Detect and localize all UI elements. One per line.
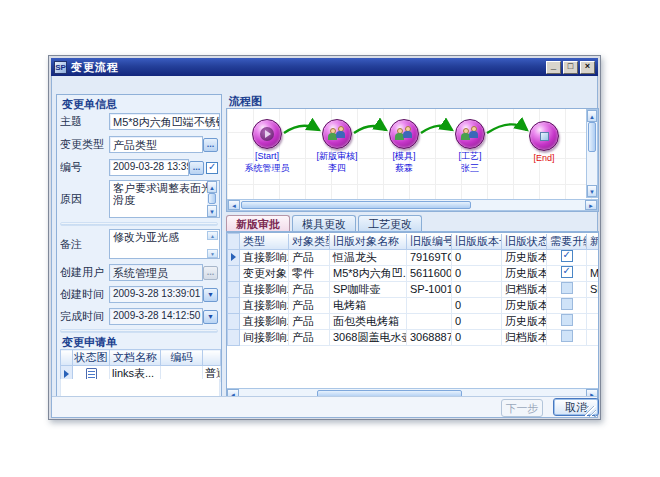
table-row[interactable]: 直接影响对象产品电烤箱0历史版本 ✓ — [228, 297, 600, 313]
current-row-marker — [231, 253, 236, 261]
finish-time-label: 完成时间 — [60, 309, 109, 324]
field-remark: 备注 修改为亚光感 ▲ ▼ — [60, 229, 220, 259]
tab-new-version-approval[interactable]: 新版审批 — [226, 215, 290, 231]
flow-node-end[interactable]: [End] — [509, 121, 579, 163]
field-finish-time: 完成时间 2009-3-28 14:12:50 ▼ — [60, 308, 218, 325]
scroll-right-icon[interactable]: ► — [585, 200, 597, 210]
upgrade-checkbox[interactable]: ✓ — [561, 250, 573, 262]
remark-textarea[interactable]: 修改为亚光感 ▲ ▼ — [109, 229, 220, 259]
close-button[interactable]: × — [580, 61, 595, 74]
tab-bar: 新版审批 模具更改 工艺更改 — [226, 215, 599, 232]
spin-up-icon[interactable]: ▲ — [207, 231, 218, 240]
users-node-icon — [455, 119, 485, 149]
flow-node-process[interactable]: [工艺] 张三 — [435, 119, 505, 173]
number-label: 编号 — [60, 160, 109, 175]
field-subject: 主题 M5*8内六角凹端不锈钢紧固螺钉 — [60, 113, 220, 130]
users-node-icon — [322, 119, 352, 149]
resize-grip[interactable] — [585, 406, 596, 417]
col-upgrade[interactable]: 需要升级 — [547, 234, 587, 250]
number-input[interactable]: 2009-03-28 13:39:01 — [109, 159, 189, 176]
col-obj-type[interactable]: 对象类型 — [289, 234, 330, 250]
spin-down-icon[interactable]: ▼ — [207, 249, 218, 258]
subject-input[interactable]: M5*8内六角凹端不锈钢紧固螺钉 — [109, 113, 220, 130]
field-create-time: 创建时间 2009-3-28 13:39:01 ▼ — [60, 286, 218, 303]
create-user-input[interactable]: 系统管理员 — [109, 264, 203, 281]
col-type[interactable]: 类型 — [240, 234, 289, 250]
group-separator — [60, 329, 218, 333]
table-row[interactable]: 间接影响对象产品3068圆盖电水壶30688870归档版本 ✓ — [228, 329, 600, 345]
subject-label: 主题 — [60, 114, 109, 129]
users-node-icon — [389, 119, 419, 149]
reason-label: 原因 — [60, 192, 109, 207]
app-icon: SP — [54, 61, 67, 74]
table-row[interactable]: 直接影响对象产品面包类电烤箱0历史版本 ✓ — [228, 313, 600, 329]
col-old-ver[interactable]: 旧版版本号 — [452, 234, 502, 250]
flow-vscrollbar[interactable]: ▲ ▼ — [586, 109, 598, 198]
maximize-button[interactable]: □ — [563, 61, 578, 74]
check-icon: ✓ — [563, 265, 571, 276]
request-list-empty-area — [60, 379, 220, 397]
bottom-bar: 下一步 取消 — [52, 396, 597, 417]
tab-process-change[interactable]: 工艺更改 — [358, 215, 422, 231]
upgrade-checkbox[interactable]: ✓ — [561, 330, 573, 342]
scroll-down-icon[interactable]: ▼ — [207, 205, 217, 217]
change-order-info-panel: 变更单信息 主题 M5*8内六角凹端不锈钢紧固螺钉 变更类型 产品类型 ... … — [56, 94, 222, 412]
create-user-label: 创建用户 — [60, 265, 109, 280]
create-user-browse-button[interactable]: ... — [203, 266, 218, 280]
change-type-input[interactable]: 产品类型 — [109, 136, 203, 153]
upgrade-checkbox[interactable]: ✓ — [561, 314, 573, 326]
field-reason: 原因 客户要求调整表面光滑度 ▲ ▼ — [60, 180, 220, 218]
flow-canvas[interactable]: [Start] 系统管理员 [新版审核] 李四 [模具] 蔡霖 — [226, 108, 599, 212]
flow-hscrollbar[interactable]: ◄ ► — [227, 199, 598, 211]
number-browse-button[interactable]: ... — [189, 161, 204, 175]
minimize-button[interactable]: _ — [546, 61, 561, 74]
flow-chart-panel: 流程图 [Start] 系统管理员 — [226, 93, 599, 212]
upgrade-checkbox[interactable]: ✓ — [561, 266, 573, 278]
col-code[interactable]: 编码 — [161, 350, 203, 366]
flow-node-mold[interactable]: [模具] 蔡霖 — [369, 119, 439, 173]
scroll-up-icon[interactable]: ▲ — [207, 181, 217, 193]
create-time-label: 创建时间 — [60, 287, 109, 302]
table-header-row: 类型 对象类型 旧版对象名称 旧版编号 旧版版本号 旧版状态 需要升级 新版 — [228, 234, 600, 250]
col-new-name[interactable]: 新版 — [587, 234, 600, 250]
finish-time-input[interactable]: 2009-3-28 14:12:50 — [109, 308, 203, 325]
create-time-dropdown-icon[interactable]: ▼ — [203, 288, 218, 302]
field-change-type: 变更类型 产品类型 ... — [60, 136, 218, 153]
table-row[interactable]: 变更对象零件M5*8内六角凹...56116000历史版本 ✓ M5*8 — [228, 265, 600, 281]
create-time-input[interactable]: 2009-3-28 13:39:01 — [109, 286, 203, 303]
number-checkbox[interactable]: ✓ — [206, 162, 218, 174]
change-type-browse-button[interactable]: ... — [203, 138, 218, 152]
col-old-code[interactable]: 旧版编号 — [407, 234, 452, 250]
finish-time-dropdown-icon[interactable]: ▼ — [203, 310, 218, 324]
reason-scrollbar[interactable]: ▲ ▼ — [207, 181, 219, 217]
change-process-dialog: SP 变更流程 _ □ × 变更单信息 主题 M5*8内六角凹端不锈钢紧固螺钉 … — [48, 55, 601, 420]
next-button[interactable]: 下一步 — [501, 399, 543, 417]
table-row[interactable]: 直接影响对象产品SP咖啡壶SP-10010归档版本 ✓ SP咖 — [228, 281, 600, 297]
col-status-icon[interactable]: 状态图 — [73, 350, 110, 366]
scroll-up-icon[interactable]: ▲ — [587, 110, 597, 122]
col-old-status[interactable]: 旧版状态 — [502, 234, 547, 250]
upgrade-checkbox[interactable]: ✓ — [561, 298, 573, 310]
scroll-left-icon[interactable]: ◄ — [228, 200, 240, 210]
table-row[interactable]: 直接影响对象产品恒温龙头79169TC0历史版本 ✓ — [228, 249, 600, 265]
remark-spinner[interactable]: ▲ ▼ — [207, 231, 218, 258]
affected-objects-panel: 类型 对象类型 旧版对象名称 旧版编号 旧版版本号 旧版状态 需要升级 新版 直… — [226, 232, 599, 401]
col-doc-name[interactable]: 文档名称 — [110, 350, 161, 366]
upgrade-checkbox[interactable]: ✓ — [561, 282, 573, 294]
group-separator — [60, 222, 218, 226]
check-icon: ✓ — [563, 249, 571, 260]
indicator-column — [228, 234, 240, 250]
scroll-down-icon[interactable]: ▼ — [587, 185, 597, 197]
titlebar[interactable]: SP 变更流程 _ □ × — [51, 58, 598, 76]
reason-textarea[interactable]: 客户要求调整表面光滑度 ▲ ▼ — [109, 180, 220, 218]
change-type-label: 变更类型 — [60, 137, 109, 152]
flow-node-start[interactable]: [Start] 系统管理员 — [232, 119, 302, 173]
col-old-name[interactable]: 旧版对象名称 — [330, 234, 407, 250]
section-title-change-info: 变更单信息 — [59, 96, 120, 113]
col-extra[interactable] — [203, 350, 221, 366]
document-icon — [86, 368, 97, 380]
window-title: 变更流程 — [71, 60, 546, 75]
start-node-icon — [252, 119, 282, 149]
flow-node-review[interactable]: [新版审核] 李四 — [302, 119, 372, 173]
tab-mold-change[interactable]: 模具更改 — [292, 215, 356, 231]
